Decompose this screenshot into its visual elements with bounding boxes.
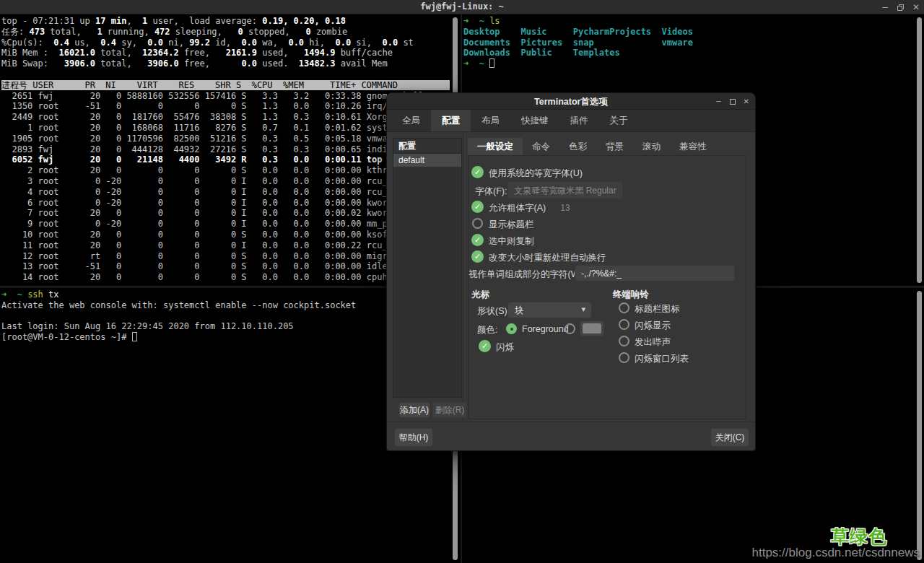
close-button[interactable]: 关闭(C) [710,428,749,447]
cursor-color-foreground-label: Foreground [522,324,569,334]
tab-profiles[interactable]: 配置 [431,110,471,131]
profile-list-header: 配置 [393,139,461,154]
watermark-text: 草绿色 [831,525,887,549]
terminal-title: fwj@fwj-Linux: ~ [0,1,924,12]
word-chars-input[interactable] [575,265,735,282]
add-profile-button[interactable]: 添加(A) [398,402,430,418]
show-titlebar-checkbox[interactable] [472,218,483,229]
subtab-command[interactable]: 命令 [523,138,559,155]
scrollbar-bottom-right[interactable] [917,291,922,560]
cursor-section-header: 光标 [471,289,489,301]
desktop: fwj@fwj-Linux: ~ − ✕ top - 07:21:31 up 1… [0,0,924,563]
remove-profile-button[interactable]: 删除(R) [432,402,467,418]
cursor-color-label: 颜色: [477,324,497,336]
bell-visual-flash-label: 闪烁显示 [635,320,671,332]
subtab-background[interactable]: 背景 [596,138,633,155]
help-button[interactable]: 帮助(H) [394,428,433,447]
rewrap-label: 改变大小时重新处理自动换行 [489,252,606,264]
use-system-font-checkbox[interactable]: ✓ [471,166,484,178]
watermark: https://blog.csdn.net/csdnnews 草绿色 [752,546,920,560]
window-controls: − ✕ [880,0,921,14]
tab-about[interactable]: 关于 [599,110,639,131]
profile-item-default[interactable]: default [393,154,461,167]
cursor-blink-checkbox[interactable]: ✓ [479,340,491,352]
preferences-dialog: Terminator首选项 − ✕ 全局 配置 布局 快捷键 插件 关于 配置 … [386,92,756,451]
show-titlebar-label: 显示标题栏 [489,219,534,231]
bell-audible-beep-checkbox[interactable] [619,336,629,346]
subtab-colors[interactable]: 色彩 [559,138,596,155]
copy-on-select-checkbox[interactable]: ✓ [471,234,484,246]
scrollbar-top-right[interactable] [917,17,922,283]
tab-layouts[interactable]: 布局 [471,110,510,131]
subtab-general[interactable]: 一般设定 [468,138,523,155]
terminal-titlebar: fwj@fwj-Linux: ~ − ✕ [0,0,924,14]
font-label: 字体(F): [475,186,507,198]
minimize-icon[interactable]: − [880,2,890,12]
subtab-compatibility[interactable]: 兼容性 [670,138,716,155]
dialog-titlebar: Terminator首选项 − ✕ [387,93,755,110]
dialog-title: Terminator首选项 [387,96,755,108]
cursor-shape-dropdown[interactable]: 块 ▾ [507,302,592,318]
allow-bold-label: 允许粗体字(A) [489,202,546,214]
ls-output: ➜ ~ lsDesktop Music PycharmProjects Vide… [463,16,693,69]
dialog-minimize-icon[interactable]: − [715,97,721,105]
main-tabs: 全局 配置 布局 快捷键 插件 关于 [387,110,755,132]
dialog-window-controls: − ✕ [715,93,749,110]
chevron-down-icon: ▾ [581,305,585,314]
tab-keybindings[interactable]: 快捷键 [510,110,559,131]
dialog-close-icon[interactable]: ✕ [744,97,749,105]
bell-titlebar-icon-checkbox[interactable] [619,302,629,313]
cursor-blink-label: 闪烁 [496,341,514,354]
word-chars-label: 视作单词组成部分的字符(W): [468,269,585,281]
bell-titlebar-icon-label: 标题栏图标 [635,303,680,315]
cursor-shape-label: 形状(S) [477,305,507,318]
tab-global[interactable]: 全局 [391,110,431,131]
bell-section-header: 终端响铃 [613,289,649,301]
tab-plugins[interactable]: 插件 [559,110,599,131]
bell-window-list-flash-label: 闪烁窗口列表 [635,353,689,365]
top-output: top - 07:21:31 up 17 min, 1 user, load a… [1,16,450,283]
bell-window-list-flash-checkbox[interactable] [619,352,629,363]
cursor-color-swatch[interactable] [580,320,604,336]
font-button[interactable]: 文泉驿等宽微米黑 Regular 13 [507,181,623,199]
bell-audible-beep-label: 发出哔声 [635,336,671,349]
copy-on-select-label: 选中则复制 [489,235,534,248]
rewrap-checkbox[interactable]: ✓ [471,250,484,263]
close-icon[interactable]: ✕ [911,2,921,12]
restore-icon[interactable] [897,4,904,11]
subtab-scrolling[interactable]: 滚动 [633,138,670,155]
dialog-action-bar: 帮助(H) 关闭(C) [387,422,755,450]
ssh-output: ➜ ~ ssh txActivate the web console with:… [1,289,356,343]
bell-visual-flash-checkbox[interactable] [619,319,629,330]
panel-separator [463,132,463,422]
allow-bold-checkbox[interactable]: ✓ [471,201,484,213]
cursor-shape-value: 块 [515,305,524,317]
use-system-font-label: 使用系统的等宽字体(U) [489,167,583,180]
dialog-maximize-icon[interactable] [730,99,736,105]
profile-list: 配置 default [393,138,462,398]
cursor-color-foreground-radio[interactable] [506,323,517,334]
profile-subtabs: 一般设定 命令 色彩 背景 滚动 兼容性 [468,138,716,155]
cursor-color-custom-radio[interactable] [565,323,575,334]
